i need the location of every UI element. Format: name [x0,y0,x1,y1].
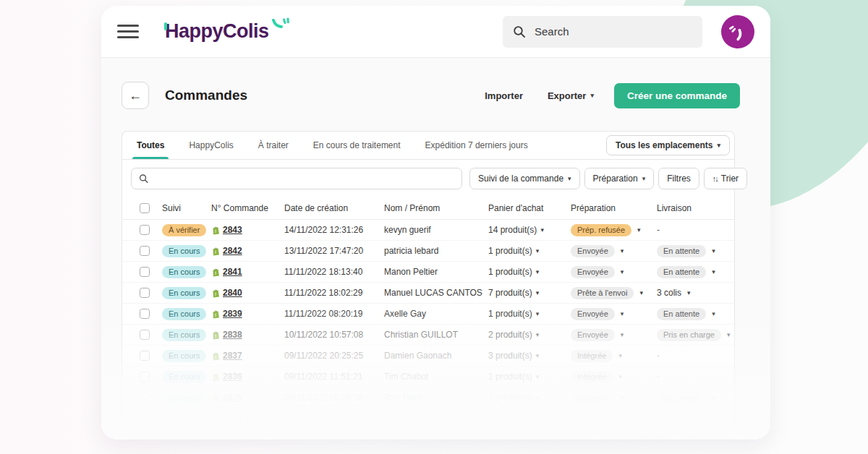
preparation-badge[interactable]: Envoyée [571,413,615,425]
row-checkbox[interactable] [140,414,150,424]
shop-bag-icon [211,414,220,424]
chevron-down-icon: ▾ [536,415,540,422]
chevron-down-icon: ▾ [536,373,540,380]
table-search[interactable] [131,168,462,189]
preparation-badge[interactable]: Prête à l'envoi [571,287,634,299]
tab-expedition-7-jours[interactable]: Expédition 7 derniers jours [425,132,528,159]
order-number-link[interactable]: 2840 [223,288,242,298]
import-button[interactable]: Importer [485,90,523,101]
suivi-badge: En cours [162,308,206,320]
preparation-badge[interactable]: Envoyée [571,308,615,320]
search-icon [513,25,526,38]
row-checkbox[interactable] [140,225,150,235]
livraison-badge[interactable]: En attente [657,245,706,257]
chevron-down-icon: ▾ [712,268,715,275]
order-number-link[interactable]: 2839 [223,309,242,319]
suivi-badge: En cours [162,245,206,257]
tab-a-traiter[interactable]: À traiter [258,132,289,159]
livraison-badge[interactable]: En attente [657,413,706,425]
livraison-badge[interactable]: En attente [657,308,706,320]
tab-toutes[interactable]: Toutes [137,132,164,159]
chevron-down-icon: ▾ [642,175,646,182]
table-row: En cours284213/11/2022 17:47:20patricia … [122,241,734,262]
shop-bag-icon [211,288,220,298]
row-checkbox[interactable] [140,330,150,340]
table-row: En cours283911/11/2022 08:20:19Axelle Ga… [122,304,734,325]
back-button[interactable]: ← [122,82,149,109]
cart-dropdown[interactable]: 1 produit(s)▾ [488,267,571,277]
preparation-badge[interactable]: Envoyée [571,245,615,257]
order-number-link[interactable]: 2835 [223,393,242,403]
table-row: En cours284111/11/2022 18:13:40Manon Pel… [122,262,734,283]
create-order-button[interactable]: Créer une commande [614,83,740,108]
cart-dropdown[interactable]: 1 produit(s)▾ [488,246,571,256]
livraison-dropdown[interactable]: 3 colis▾ [657,288,691,298]
customer-name: Christian GUILLOT [384,330,488,340]
page-title: Commandes [165,87,247,103]
order-number-link[interactable]: 2838 [223,330,242,340]
livraison-badge[interactable]: Pris en charge [657,329,721,341]
chevron-down-icon: ▾ [621,415,624,422]
filters-button[interactable]: Filtres [658,168,699,189]
sort-arrows-icon: ↑↓ [712,174,718,183]
cart-dropdown[interactable]: 1 produit(s)▾ [488,393,571,403]
location-filter-button[interactable]: Tous les emplacements ▾ [606,135,730,155]
support-call-button[interactable] [721,15,754,48]
order-number-link[interactable]: 2837 [223,351,242,361]
preparation-badge[interactable]: Envoyée [571,392,615,404]
cart-dropdown[interactable]: 7 produit(s)▾ [488,288,571,298]
table-search-input[interactable] [154,174,454,184]
row-checkbox[interactable] [140,393,150,403]
order-number-link[interactable]: 2836 [223,372,242,382]
customer-name: patricia lebard [384,246,488,256]
global-search-input[interactable] [535,25,679,38]
sort-button[interactable]: ↑↓ Trier [704,168,747,189]
cart-dropdown[interactable]: 1 produit(s)▾ [488,372,571,382]
col-header-date: Date de création [284,203,384,213]
livraison-badge[interactable]: En attente [657,392,706,404]
chevron-down-icon: ▾ [621,394,624,401]
chevron-down-icon: ▾ [687,289,691,296]
preparation-badge[interactable]: Prép. refusée [571,224,631,236]
cart-dropdown[interactable]: 1 produit(s)▾ [488,414,571,424]
customer-name: Axelle Gay [384,309,488,319]
order-number-link[interactable]: 2842 [223,246,242,256]
row-checkbox[interactable] [140,267,150,277]
select-all-checkbox[interactable] [140,203,150,213]
global-search[interactable] [503,16,702,48]
col-header-livraison: Livraison [657,203,734,213]
brand-logo[interactable]: HappyColis [165,20,289,43]
preparation-filter-button[interactable]: Préparation▾ [584,168,655,189]
preparation-badge[interactable]: Intégrée [571,350,613,362]
hamburger-menu-icon[interactable] [117,21,139,42]
cart-dropdown[interactable]: 1 produit(s)▾ [488,309,571,319]
order-date: 11/11/2022 08:20:19 [284,309,384,319]
row-checkbox[interactable] [140,288,150,298]
preparation-badge[interactable]: Envoyée [571,266,615,278]
cart-dropdown[interactable]: 14 produit(s)▾ [488,225,571,235]
preparation-badge[interactable]: Envoyée [571,329,615,341]
row-checkbox[interactable] [140,351,150,361]
preparation-badge[interactable]: Intégrée [571,371,613,383]
export-button[interactable]: Exporter ▾ [548,90,594,101]
col-header-suivi: Suivi [162,203,211,213]
cart-dropdown[interactable]: 3 produit(s)▾ [488,351,571,361]
order-date: 11/11/2022 18:02:29 [284,288,384,298]
tab-happycolis[interactable]: HappyColis [189,132,233,159]
order-number-link[interactable]: 2834 [223,414,242,424]
tab-en-cours-de-traitement[interactable]: En cours de traitement [313,132,401,159]
order-tracking-filter-button[interactable]: Suivi de la commande▾ [469,168,580,189]
row-checkbox[interactable] [140,309,150,319]
chevron-down-icon: ▾ [712,394,715,401]
cart-dropdown[interactable]: 2 produit(s)▾ [488,330,571,340]
suivi-badge: À vérifier [162,224,206,236]
table-row: En cours284011/11/2022 18:02:29Manuel LU… [122,283,734,304]
order-number-link[interactable]: 2843 [223,225,242,235]
chevron-down-icon: ▾ [536,394,540,401]
table-header-row: Suivi N° Commande Date de création Nom /… [122,197,734,220]
table-row: En cours283508/11/2022 16:36:26Tom Harel… [122,387,734,408]
row-checkbox[interactable] [140,372,150,382]
livraison-badge[interactable]: En attente [657,266,706,278]
row-checkbox[interactable] [140,246,150,256]
order-number-link[interactable]: 2841 [223,267,242,277]
